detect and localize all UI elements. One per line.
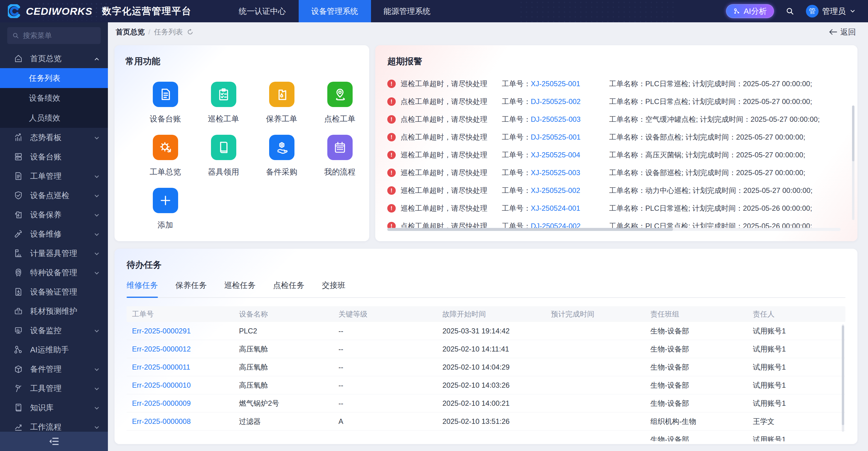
sidebar-item[interactable]: 设备维修 bbox=[0, 224, 108, 244]
sidebar-item[interactable]: 知识库 bbox=[0, 398, 108, 417]
order-no-link[interactable]: XJ-250525-004 bbox=[531, 151, 580, 159]
sidebar-subitem[interactable]: 任务列表 bbox=[0, 68, 108, 88]
table-column-header: 故障开始时间 bbox=[442, 309, 551, 319]
todo-tab[interactable]: 交接班 bbox=[322, 280, 345, 297]
sidebar-item[interactable]: 首页总览 bbox=[0, 49, 108, 68]
global-search-icon[interactable] bbox=[785, 7, 795, 16]
quick-function-tile[interactable]: 巡检工单 bbox=[194, 71, 253, 124]
alert-row: !点检工单超时，请尽快处理工单号：DJ-250525-002工单名称：PLC日常… bbox=[387, 93, 845, 110]
qdoc-icon bbox=[153, 82, 178, 107]
sidebar-item[interactable]: 设备点巡检 bbox=[0, 186, 108, 205]
order-no-link[interactable]: DJ-250525-001 bbox=[531, 133, 581, 141]
sidebar-item[interactable]: 设备监控 bbox=[0, 321, 108, 340]
todo-tab[interactable]: 保养任务 bbox=[176, 280, 207, 297]
toolbox-icon bbox=[13, 306, 24, 316]
alert-detail: 工单名称：PLC日常点检; 计划完成时间：2025-05-27 00:00:00… bbox=[609, 97, 845, 107]
sidebar-collapse-button[interactable] bbox=[0, 432, 108, 451]
top-nav-tab[interactable]: 统一认证中心 bbox=[226, 0, 299, 22]
chevron-down-icon bbox=[93, 385, 100, 392]
sidebar-item-label: 态势看板 bbox=[30, 132, 93, 143]
sidebar-search-input[interactable] bbox=[23, 31, 96, 40]
overdue-alerts-card: 超期报警 !巡检工单超时，请尽快处理工单号：XJ-250525-001工单名称：… bbox=[375, 45, 858, 241]
collapse-icon bbox=[49, 437, 59, 446]
alert-order: 工单号：DJ-250525-003 bbox=[502, 115, 609, 124]
table-vertical-scrollbar-thumb[interactable] bbox=[842, 326, 844, 425]
alert-row: !点检工单超时，请尽快处理工单号：DJ-250525-001工单名称：设备部点检… bbox=[387, 128, 845, 146]
order-link[interactable]: Err-2025-0000010 bbox=[132, 381, 239, 390]
table-cell: A bbox=[338, 417, 442, 426]
sidebar-subitem[interactable]: 人员绩效 bbox=[0, 108, 108, 128]
quick-function-tile[interactable]: 设备台账 bbox=[136, 71, 194, 124]
ai-network-icon bbox=[733, 7, 741, 15]
sidebar-search[interactable] bbox=[7, 27, 101, 44]
table-column-header: 工单号 bbox=[132, 309, 239, 319]
order-link[interactable]: Err-2025-0000009 bbox=[132, 399, 239, 408]
table-cell: 2025-02-10 14:04:29 bbox=[442, 363, 551, 371]
sidebar-item[interactable]: 设备验证管理 bbox=[0, 282, 108, 301]
alert-row: !巡检工单超时，请尽快处理工单号：XJ-250525-003工单名称：设备部巡检… bbox=[387, 164, 845, 181]
quick-function-tile[interactable]: 备件采购 bbox=[253, 124, 311, 177]
order-link[interactable]: Err-2025-0000008 bbox=[132, 417, 239, 426]
todo-tab[interactable]: 巡检任务 bbox=[224, 280, 255, 297]
sidebar-item[interactable]: 计量器具管理 bbox=[0, 244, 108, 263]
table-row: Err-2025-0000008过滤器A2025-02-10 13:51:26组… bbox=[127, 413, 845, 430]
alert-message: 巡检工单超时，请尽快处理 bbox=[401, 168, 502, 178]
sidebar-subitem[interactable]: 设备绩效 bbox=[0, 88, 108, 108]
sidebar-item[interactable]: 耗材预测维护 bbox=[0, 301, 108, 321]
ai-button-label: AI分析 bbox=[744, 6, 767, 17]
order-link[interactable]: Err-2025-0000011 bbox=[132, 363, 239, 371]
sidebar-item[interactable]: 工具管理 bbox=[0, 379, 108, 398]
quick-function-tile[interactable]: 工单总览 bbox=[136, 124, 194, 177]
order-no-link[interactable]: XJ-250524-001 bbox=[531, 204, 580, 212]
alert-order: 工单号：XJ-250525-003 bbox=[502, 168, 609, 178]
monitor-icon bbox=[13, 325, 24, 335]
quick-function-add[interactable]: 添加 bbox=[136, 177, 194, 230]
table-cell: 试用账号1 bbox=[753, 326, 845, 336]
sidebar-item[interactable]: AI运维助手 bbox=[0, 340, 108, 359]
order-no-label: 工单号： bbox=[502, 80, 531, 88]
table-row: Err-2025-0000009燃气锅炉2号--2025-02-10 14:00… bbox=[127, 394, 845, 413]
sidebar-item[interactable]: 工作流程 bbox=[0, 417, 108, 432]
user-menu[interactable]: 管 管理员 bbox=[806, 5, 856, 18]
sidebar-item[interactable]: 设备保养 bbox=[0, 205, 108, 224]
sidebar-item[interactable]: 备件管理 bbox=[0, 359, 108, 379]
todo-tab[interactable]: 维修任务 bbox=[127, 280, 158, 297]
order-no-link[interactable]: DJ-250525-002 bbox=[531, 97, 581, 106]
order-no-link[interactable]: XJ-250525-003 bbox=[531, 169, 580, 177]
alerts-horizontal-scrollbar-thumb[interactable] bbox=[387, 228, 673, 231]
chevron-down-icon bbox=[93, 192, 100, 199]
sidebar-item[interactable]: 态势看板 bbox=[0, 128, 108, 147]
order-no-link[interactable]: DJ-250525-003 bbox=[531, 115, 581, 123]
order-no-link[interactable]: XJ-250525-001 bbox=[531, 80, 580, 88]
order-link[interactable]: Err-2025-0000291 bbox=[132, 327, 239, 335]
user-name: 管理员 bbox=[822, 6, 846, 17]
refresh-icon[interactable] bbox=[187, 28, 194, 36]
alert-exclamation-icon: ! bbox=[387, 186, 396, 195]
top-nav-tab[interactable]: 设备管理系统 bbox=[299, 0, 371, 22]
table-cell: 高压氧舱 bbox=[239, 381, 338, 390]
table-column-header: 责任人 bbox=[753, 309, 845, 319]
sidebar-item[interactable]: 设备台账 bbox=[0, 147, 108, 167]
table-row: Err-2025-0000011高压氧舱--2025-02-10 14:04:2… bbox=[127, 358, 845, 376]
table-cell: 过滤器 bbox=[239, 417, 338, 426]
breadcrumb: 首页总览 / 任务列表 返回 bbox=[108, 22, 868, 41]
ai-analysis-button[interactable]: AI分析 bbox=[726, 4, 774, 18]
quick-function-tile[interactable]: 器具领用 bbox=[194, 124, 253, 177]
table-cell: 燃气锅炉2号 bbox=[239, 398, 338, 408]
todo-tab[interactable]: 点检任务 bbox=[273, 280, 304, 297]
top-nav-tab[interactable]: 能源管理系统 bbox=[371, 0, 443, 22]
table-row: Err-2025-0000291PLC2--2025-03-31 19:14:4… bbox=[127, 322, 845, 340]
back-button[interactable]: 返回 bbox=[829, 27, 856, 37]
alerts-vertical-scrollbar-thumb[interactable] bbox=[852, 106, 855, 161]
sidebar-item[interactable]: 工单管理 bbox=[0, 167, 108, 186]
brand-logo[interactable]: CEDIWORKS 数字化运营管理平台 bbox=[0, 4, 192, 18]
breadcrumb-home[interactable]: 首页总览 bbox=[116, 27, 145, 37]
table-vertical-scrollbar bbox=[842, 324, 844, 432]
order-no-link[interactable]: XJ-250525-002 bbox=[531, 186, 580, 194]
quick-function-tile[interactable]: 保养工单 bbox=[253, 71, 311, 124]
quick-function-tile[interactable]: 点检工单 bbox=[311, 71, 369, 124]
sidebar-item[interactable]: 特种设备管理 bbox=[0, 263, 108, 282]
table-cell: 生物-设备部 bbox=[650, 381, 753, 390]
quick-function-tile[interactable]: 我的流程 bbox=[311, 124, 369, 177]
order-link[interactable]: Err-2025-0000012 bbox=[132, 345, 239, 353]
